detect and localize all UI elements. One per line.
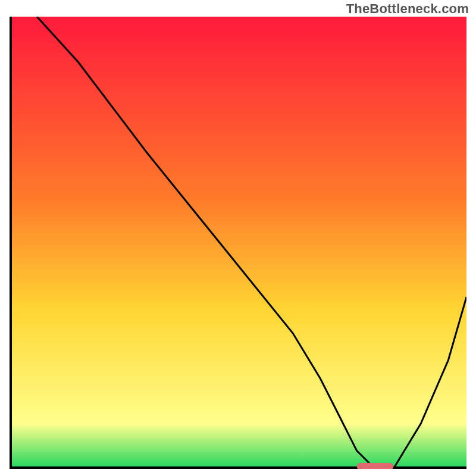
optimal-marker	[357, 463, 393, 469]
chart-container: TheBottleneck.com	[0, 0, 476, 476]
bottleneck-chart	[10, 17, 466, 469]
gradient-background	[10, 17, 466, 469]
watermark-text: TheBottleneck.com	[346, 1, 469, 17]
plot-area	[10, 17, 466, 469]
